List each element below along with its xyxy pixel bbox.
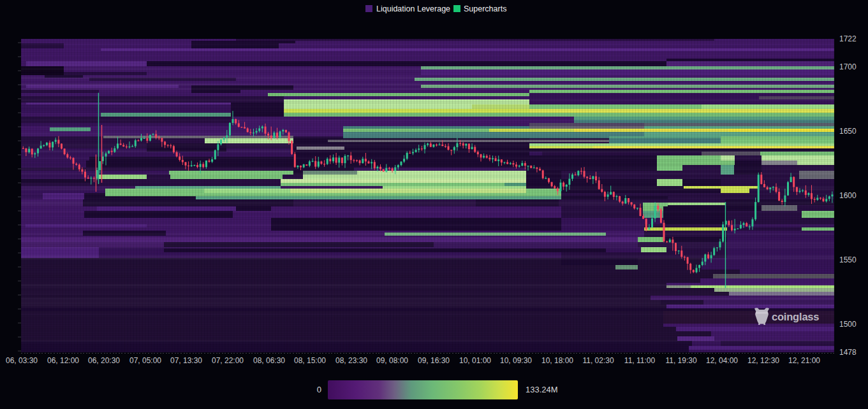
- svg-text:10, 01:00: 10, 01:00: [459, 356, 491, 365]
- svg-text:133.24M: 133.24M: [526, 385, 558, 394]
- svg-text:11, 02:30: 11, 02:30: [582, 356, 614, 365]
- svg-text:1550: 1550: [839, 255, 857, 264]
- svg-text:1500: 1500: [839, 320, 857, 329]
- svg-text:0: 0: [317, 385, 321, 394]
- svg-text:09, 16:30: 09, 16:30: [418, 356, 450, 365]
- svg-text:10, 18:00: 10, 18:00: [541, 356, 573, 365]
- svg-text:1600: 1600: [839, 191, 857, 200]
- svg-text:Supercharts: Supercharts: [464, 4, 506, 13]
- svg-text:08, 23:30: 08, 23:30: [335, 356, 367, 365]
- svg-text:coinglass: coinglass: [772, 311, 819, 322]
- svg-text:11, 11:00: 11, 11:00: [624, 356, 656, 365]
- svg-text:11, 19:30: 11, 19:30: [665, 356, 696, 365]
- svg-text:1722: 1722: [839, 34, 857, 43]
- svg-text:08, 06:30: 08, 06:30: [253, 356, 285, 365]
- svg-text:09, 08:00: 09, 08:00: [376, 356, 408, 365]
- svg-text:07, 13:30: 07, 13:30: [170, 356, 202, 365]
- svg-text:06, 12:00: 06, 12:00: [47, 356, 79, 365]
- svg-text:12, 12:30: 12, 12:30: [747, 356, 779, 365]
- svg-text:12, 04:00: 12, 04:00: [706, 356, 738, 365]
- svg-text:1478: 1478: [839, 348, 857, 357]
- svg-text:07, 22:00: 07, 22:00: [212, 356, 244, 365]
- svg-text:10, 09:30: 10, 09:30: [500, 356, 532, 365]
- svg-text:08, 15:00: 08, 15:00: [294, 356, 326, 365]
- svg-text:06, 20:30: 06, 20:30: [88, 356, 120, 365]
- svg-text:1700: 1700: [839, 62, 857, 71]
- svg-text:Liquidation Leverage: Liquidation Leverage: [376, 4, 450, 13]
- svg-text:07, 05:00: 07, 05:00: [129, 356, 161, 365]
- svg-text:1650: 1650: [839, 127, 857, 136]
- svg-text:06, 03:30: 06, 03:30: [6, 356, 38, 365]
- svg-text:12, 21:00: 12, 21:00: [788, 356, 820, 365]
